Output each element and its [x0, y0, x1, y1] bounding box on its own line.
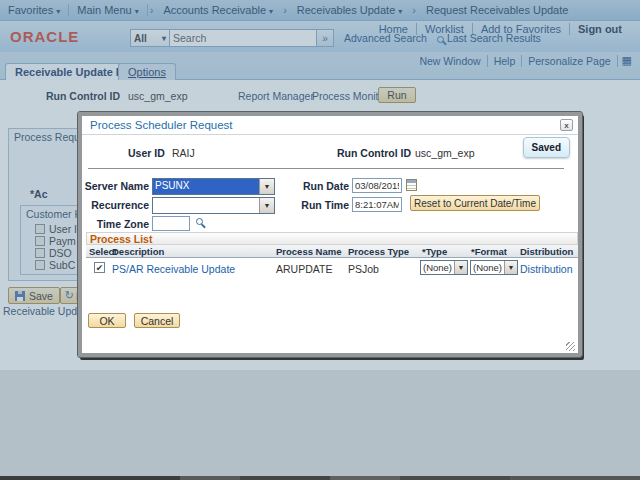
modal-titlebar: Process Scheduler Request x: [82, 116, 578, 135]
recurrence-label: Recurrence: [82, 199, 149, 211]
type-select[interactable]: (None) ▼: [420, 260, 468, 275]
col-process-name: Process Name: [276, 246, 341, 257]
reset-date-time-button[interactable]: Reset to Current Date/Time: [410, 195, 540, 211]
process-scheduler-request-modal: Process Scheduler Request x User ID RAIJ…: [78, 112, 582, 357]
select-checkbox[interactable]: ✔: [94, 262, 105, 273]
format-select[interactable]: (None) ▼: [470, 260, 518, 275]
chevron-down-icon: ▼: [259, 198, 274, 213]
distribution-link[interactable]: Distribution: [520, 263, 573, 275]
table-row: ✔ PS/AR Receivable Update ARUPDATE PSJob…: [86, 259, 578, 279]
modal-run-control-id-label: Run Control ID: [337, 147, 411, 159]
resize-grip[interactable]: [566, 342, 575, 351]
run-time-label: Run Time: [282, 199, 349, 211]
process-name-value: ARUPDATE: [276, 263, 332, 275]
process-list-header-bar: Process List: [86, 232, 578, 245]
user-id-value: RAIJ: [172, 147, 195, 159]
modal-body: User ID RAIJ Run Control ID usc_gm_exp S…: [82, 135, 578, 353]
modal-title: Process Scheduler Request: [90, 119, 233, 131]
col-distribution: Distribution: [520, 246, 573, 257]
taskbar-strip: [0, 476, 640, 480]
saved-status-badge: Saved: [523, 137, 570, 158]
chevron-down-icon: ▼: [454, 261, 467, 274]
run-date-input[interactable]: [352, 178, 402, 193]
col-process-type: Process Type: [348, 246, 409, 257]
time-zone-label: Time Zone: [82, 218, 149, 230]
server-name-label: Server Name: [82, 180, 149, 192]
chevron-down-icon: ▼: [259, 179, 274, 194]
process-list-column-headers: Select Description Process Name Process …: [86, 245, 578, 258]
run-date-label: Run Date: [282, 180, 349, 192]
cancel-button[interactable]: Cancel: [134, 313, 180, 328]
process-description-link[interactable]: PS/AR Receivable Update: [112, 263, 235, 275]
process-list-title: Process List: [90, 233, 152, 245]
col-description: Description: [112, 246, 164, 257]
col-type: *Type: [422, 246, 447, 257]
recurrence-select[interactable]: ▼: [152, 197, 275, 214]
screen: Favorites▾ Main Menu▾ › Accounts Receiva…: [0, 0, 640, 480]
col-format: *Format: [471, 246, 507, 257]
calendar-icon[interactable]: [406, 179, 417, 191]
user-id-label: User ID: [128, 147, 165, 159]
process-type-value: PSJob: [348, 263, 379, 275]
run-time-input[interactable]: [352, 197, 402, 212]
ok-button[interactable]: OK: [88, 313, 126, 328]
server-name-select[interactable]: PSUNX ▼: [152, 178, 275, 195]
divider: [88, 168, 564, 169]
time-zone-input[interactable]: [152, 216, 190, 231]
modal-run-control-id-value: usc_gm_exp: [415, 147, 475, 159]
chevron-down-icon: ▼: [504, 261, 517, 274]
close-icon[interactable]: x: [560, 119, 573, 131]
lookup-icon[interactable]: [196, 218, 203, 225]
